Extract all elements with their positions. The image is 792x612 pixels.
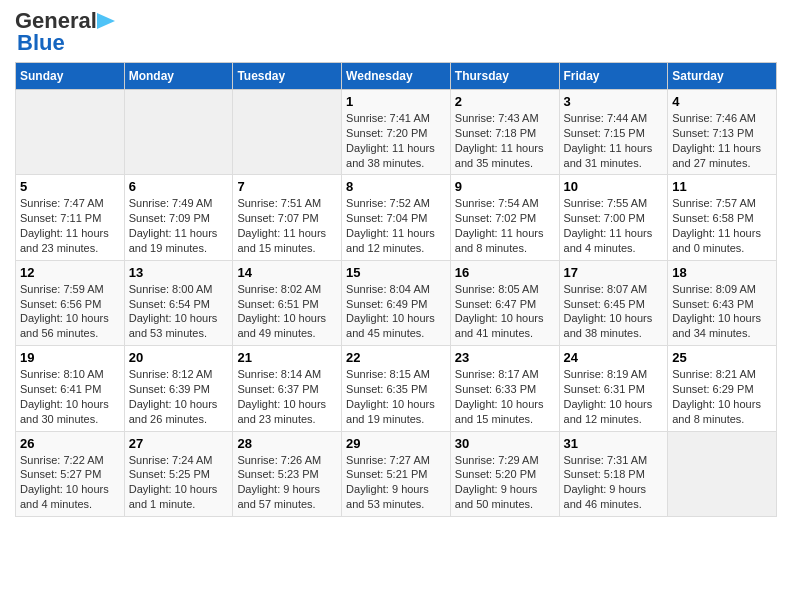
- day-info: Sunrise: 7:29 AMSunset: 5:20 PMDaylight:…: [455, 453, 555, 512]
- day-number: 2: [455, 94, 555, 109]
- calendar-cell: 24Sunrise: 8:19 AMSunset: 6:31 PMDayligh…: [559, 346, 668, 431]
- calendar-cell: 20Sunrise: 8:12 AMSunset: 6:39 PMDayligh…: [124, 346, 233, 431]
- day-info: Sunrise: 7:31 AMSunset: 5:18 PMDaylight:…: [564, 453, 664, 512]
- day-info: Sunrise: 7:22 AMSunset: 5:27 PMDaylight:…: [20, 453, 120, 512]
- day-header-friday: Friday: [559, 63, 668, 90]
- day-number: 6: [129, 179, 229, 194]
- calendar-cell: [16, 90, 125, 175]
- day-number: 8: [346, 179, 446, 194]
- day-info: Sunrise: 7:55 AMSunset: 7:00 PMDaylight:…: [564, 196, 664, 255]
- day-number: 18: [672, 265, 772, 280]
- calendar-cell: 28Sunrise: 7:26 AMSunset: 5:23 PMDayligh…: [233, 431, 342, 516]
- day-number: 1: [346, 94, 446, 109]
- calendar-week-row: 26Sunrise: 7:22 AMSunset: 5:27 PMDayligh…: [16, 431, 777, 516]
- day-info: Sunrise: 7:26 AMSunset: 5:23 PMDaylight:…: [237, 453, 337, 512]
- day-number: 28: [237, 436, 337, 451]
- day-number: 20: [129, 350, 229, 365]
- day-info: Sunrise: 8:05 AMSunset: 6:47 PMDaylight:…: [455, 282, 555, 341]
- day-info: Sunrise: 8:17 AMSunset: 6:33 PMDaylight:…: [455, 367, 555, 426]
- calendar-cell: 7Sunrise: 7:51 AMSunset: 7:07 PMDaylight…: [233, 175, 342, 260]
- calendar-cell: 18Sunrise: 8:09 AMSunset: 6:43 PMDayligh…: [668, 260, 777, 345]
- logo-text: General: [15, 10, 97, 32]
- calendar-week-row: 5Sunrise: 7:47 AMSunset: 7:11 PMDaylight…: [16, 175, 777, 260]
- page-container: General Blue SundayMondayTuesdayWednesda…: [0, 0, 792, 527]
- day-info: Sunrise: 8:14 AMSunset: 6:37 PMDaylight:…: [237, 367, 337, 426]
- calendar-cell: 6Sunrise: 7:49 AMSunset: 7:09 PMDaylight…: [124, 175, 233, 260]
- calendar-table: SundayMondayTuesdayWednesdayThursdayFrid…: [15, 62, 777, 517]
- day-number: 19: [20, 350, 120, 365]
- day-info: Sunrise: 8:09 AMSunset: 6:43 PMDaylight:…: [672, 282, 772, 341]
- calendar-cell: 29Sunrise: 7:27 AMSunset: 5:21 PMDayligh…: [342, 431, 451, 516]
- calendar-week-row: 19Sunrise: 8:10 AMSunset: 6:41 PMDayligh…: [16, 346, 777, 431]
- day-number: 3: [564, 94, 664, 109]
- calendar-cell: 22Sunrise: 8:15 AMSunset: 6:35 PMDayligh…: [342, 346, 451, 431]
- day-info: Sunrise: 7:27 AMSunset: 5:21 PMDaylight:…: [346, 453, 446, 512]
- day-info: Sunrise: 7:49 AMSunset: 7:09 PMDaylight:…: [129, 196, 229, 255]
- calendar-cell: 3Sunrise: 7:44 AMSunset: 7:15 PMDaylight…: [559, 90, 668, 175]
- logo: General Blue: [15, 10, 117, 54]
- calendar-cell: [668, 431, 777, 516]
- day-info: Sunrise: 7:51 AMSunset: 7:07 PMDaylight:…: [237, 196, 337, 255]
- day-info: Sunrise: 8:15 AMSunset: 6:35 PMDaylight:…: [346, 367, 446, 426]
- calendar-header-row: SundayMondayTuesdayWednesdayThursdayFrid…: [16, 63, 777, 90]
- day-info: Sunrise: 7:54 AMSunset: 7:02 PMDaylight:…: [455, 196, 555, 255]
- calendar-cell: 25Sunrise: 8:21 AMSunset: 6:29 PMDayligh…: [668, 346, 777, 431]
- day-info: Sunrise: 7:24 AMSunset: 5:25 PMDaylight:…: [129, 453, 229, 512]
- calendar-cell: [124, 90, 233, 175]
- day-number: 15: [346, 265, 446, 280]
- day-header-monday: Monday: [124, 63, 233, 90]
- day-number: 13: [129, 265, 229, 280]
- calendar-cell: 27Sunrise: 7:24 AMSunset: 5:25 PMDayligh…: [124, 431, 233, 516]
- calendar-cell: 21Sunrise: 8:14 AMSunset: 6:37 PMDayligh…: [233, 346, 342, 431]
- day-number: 22: [346, 350, 446, 365]
- day-number: 11: [672, 179, 772, 194]
- day-number: 5: [20, 179, 120, 194]
- day-number: 23: [455, 350, 555, 365]
- calendar-cell: 4Sunrise: 7:46 AMSunset: 7:13 PMDaylight…: [668, 90, 777, 175]
- day-header-saturday: Saturday: [668, 63, 777, 90]
- day-info: Sunrise: 8:10 AMSunset: 6:41 PMDaylight:…: [20, 367, 120, 426]
- calendar-cell: 26Sunrise: 7:22 AMSunset: 5:27 PMDayligh…: [16, 431, 125, 516]
- calendar-cell: 1Sunrise: 7:41 AMSunset: 7:20 PMDaylight…: [342, 90, 451, 175]
- logo-arrow-icon: [97, 12, 117, 30]
- calendar-week-row: 12Sunrise: 7:59 AMSunset: 6:56 PMDayligh…: [16, 260, 777, 345]
- day-number: 25: [672, 350, 772, 365]
- calendar-cell: 14Sunrise: 8:02 AMSunset: 6:51 PMDayligh…: [233, 260, 342, 345]
- day-number: 14: [237, 265, 337, 280]
- day-info: Sunrise: 8:21 AMSunset: 6:29 PMDaylight:…: [672, 367, 772, 426]
- header: General Blue: [15, 10, 777, 54]
- day-header-sunday: Sunday: [16, 63, 125, 90]
- calendar-cell: 5Sunrise: 7:47 AMSunset: 7:11 PMDaylight…: [16, 175, 125, 260]
- calendar-cell: 31Sunrise: 7:31 AMSunset: 5:18 PMDayligh…: [559, 431, 668, 516]
- day-number: 29: [346, 436, 446, 451]
- day-number: 17: [564, 265, 664, 280]
- day-number: 21: [237, 350, 337, 365]
- day-info: Sunrise: 7:57 AMSunset: 6:58 PMDaylight:…: [672, 196, 772, 255]
- day-number: 27: [129, 436, 229, 451]
- day-number: 7: [237, 179, 337, 194]
- day-info: Sunrise: 8:02 AMSunset: 6:51 PMDaylight:…: [237, 282, 337, 341]
- calendar-cell: [233, 90, 342, 175]
- calendar-cell: 16Sunrise: 8:05 AMSunset: 6:47 PMDayligh…: [450, 260, 559, 345]
- calendar-cell: 23Sunrise: 8:17 AMSunset: 6:33 PMDayligh…: [450, 346, 559, 431]
- day-info: Sunrise: 7:46 AMSunset: 7:13 PMDaylight:…: [672, 111, 772, 170]
- day-info: Sunrise: 7:41 AMSunset: 7:20 PMDaylight:…: [346, 111, 446, 170]
- day-number: 10: [564, 179, 664, 194]
- calendar-cell: 11Sunrise: 7:57 AMSunset: 6:58 PMDayligh…: [668, 175, 777, 260]
- calendar-cell: 9Sunrise: 7:54 AMSunset: 7:02 PMDaylight…: [450, 175, 559, 260]
- day-header-wednesday: Wednesday: [342, 63, 451, 90]
- day-info: Sunrise: 7:59 AMSunset: 6:56 PMDaylight:…: [20, 282, 120, 341]
- calendar-cell: 19Sunrise: 8:10 AMSunset: 6:41 PMDayligh…: [16, 346, 125, 431]
- day-header-thursday: Thursday: [450, 63, 559, 90]
- day-number: 24: [564, 350, 664, 365]
- day-header-tuesday: Tuesday: [233, 63, 342, 90]
- day-number: 4: [672, 94, 772, 109]
- logo-blue-text: Blue: [17, 30, 65, 55]
- calendar-cell: 8Sunrise: 7:52 AMSunset: 7:04 PMDaylight…: [342, 175, 451, 260]
- calendar-cell: 2Sunrise: 7:43 AMSunset: 7:18 PMDaylight…: [450, 90, 559, 175]
- day-info: Sunrise: 8:07 AMSunset: 6:45 PMDaylight:…: [564, 282, 664, 341]
- day-info: Sunrise: 7:44 AMSunset: 7:15 PMDaylight:…: [564, 111, 664, 170]
- day-info: Sunrise: 7:43 AMSunset: 7:18 PMDaylight:…: [455, 111, 555, 170]
- day-number: 30: [455, 436, 555, 451]
- calendar-cell: 12Sunrise: 7:59 AMSunset: 6:56 PMDayligh…: [16, 260, 125, 345]
